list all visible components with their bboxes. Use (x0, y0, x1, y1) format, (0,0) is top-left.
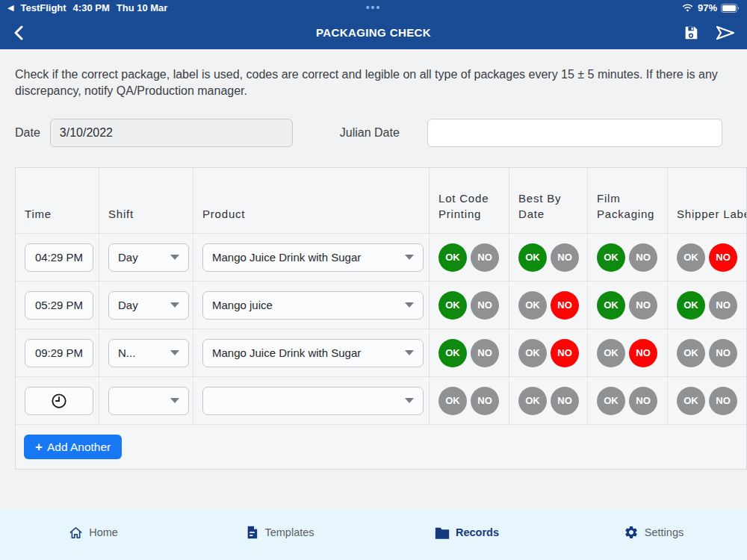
ok-button[interactable]: OK (677, 291, 705, 320)
packaging-check-table: Time Shift Product Lot Code Printing Bes… (15, 167, 747, 470)
ok-button[interactable]: OK (438, 291, 467, 320)
shift-dropdown[interactable] (108, 387, 189, 415)
no-button[interactable]: NO (551, 339, 579, 367)
date-input[interactable]: 3/10/2022 (50, 119, 293, 147)
no-button[interactable]: NO (709, 387, 737, 415)
status-date: Thu 10 Mar (117, 2, 168, 13)
no-button[interactable]: NO (709, 291, 737, 320)
julian-date-label: Julian Date (340, 126, 400, 140)
ok-button[interactable]: OK (438, 387, 467, 415)
product-dropdown[interactable]: Mango Juice Drink with Sugar (202, 243, 424, 272)
status-back-app-label[interactable]: TestFlight (20, 2, 66, 13)
ok-button[interactable]: OK (518, 339, 547, 367)
tab-home[interactable]: Home (0, 526, 187, 544)
ok-button[interactable]: OK (597, 339, 625, 367)
no-button[interactable]: NO (629, 243, 657, 272)
chevron-down-icon (405, 302, 414, 308)
lot-code-printing-toggle: OK NO (438, 243, 499, 272)
chevron-down-icon (170, 302, 179, 308)
lot-code-printing-toggle: OK NO (438, 339, 499, 367)
send-icon (716, 25, 735, 41)
chevron-left-icon (13, 25, 23, 40)
clock-icon (51, 393, 67, 409)
no-button[interactable]: NO (709, 243, 737, 272)
no-button[interactable]: NO (471, 291, 499, 320)
shift-dropdown[interactable]: N... (108, 339, 189, 367)
best-by-date-toggle: OK NO (518, 387, 579, 415)
chevron-down-icon (170, 255, 179, 260)
shipper-label-toggle: OK NO (677, 243, 737, 272)
ok-button[interactable]: OK (518, 291, 547, 320)
chevron-down-icon (405, 350, 414, 355)
no-button[interactable]: NO (629, 387, 657, 415)
save-floppy-icon (683, 25, 699, 41)
col-header-best-by-date: Best By Date (509, 168, 588, 234)
settings-gear-icon (624, 525, 639, 540)
home-icon (69, 526, 83, 540)
col-header-shipper-label: Shipper Label (668, 168, 747, 234)
film-packaging-toggle: OK NO (597, 387, 657, 415)
no-button[interactable]: NO (551, 291, 579, 320)
no-button[interactable]: NO (551, 243, 579, 272)
julian-date-input[interactable] (427, 119, 722, 147)
product-dropdown[interactable] (202, 387, 424, 415)
product-dropdown[interactable]: Mango juice (202, 291, 424, 320)
no-button[interactable]: NO (471, 387, 499, 415)
table-row (16, 377, 99, 425)
submit-button[interactable] (716, 25, 735, 41)
status-time: 4:30 PM (73, 2, 110, 13)
add-another-button[interactable]: + Add Another (24, 435, 122, 459)
no-button[interactable]: NO (471, 243, 499, 272)
ok-button[interactable]: OK (597, 387, 625, 415)
tab-settings[interactable]: Settings (560, 525, 747, 544)
film-packaging-toggle: OK NO (597, 339, 657, 367)
shipper-label-toggle: OK NO (677, 339, 737, 367)
product-dropdown[interactable]: Mango Juice Drink with Sugar (202, 339, 424, 367)
back-to-app-icon[interactable]: ◀ (7, 3, 13, 13)
col-header-film-packaging: Film Packaging (588, 168, 668, 234)
table-row: 04:29 PM (16, 234, 99, 281)
time-input[interactable]: 09:29 PM (25, 339, 93, 367)
save-button[interactable] (683, 25, 699, 41)
ok-button[interactable]: OK (677, 243, 705, 272)
time-input[interactable]: 05:29 PM (25, 291, 93, 320)
no-button[interactable]: NO (709, 339, 737, 367)
ok-button[interactable]: OK (597, 291, 625, 320)
nav-bar: PACKAGING CHECK (0, 16, 747, 49)
best-by-date-toggle: OK NO (518, 291, 579, 320)
wifi-icon (681, 3, 694, 13)
film-packaging-toggle: OK NO (597, 291, 657, 320)
templates-icon (246, 525, 258, 540)
ok-button[interactable]: OK (438, 339, 467, 367)
no-button[interactable]: NO (629, 339, 657, 367)
tab-templates[interactable]: Templates (187, 525, 374, 544)
multitasking-dots-icon: ••• (366, 1, 382, 13)
battery-icon (721, 4, 740, 13)
ok-button[interactable]: OK (677, 339, 705, 367)
date-label: Date (15, 126, 40, 140)
ok-button[interactable]: OK (597, 243, 625, 272)
ok-button[interactable]: OK (518, 243, 547, 272)
col-header-time: Time (16, 168, 99, 234)
chevron-down-icon (405, 398, 414, 403)
no-button[interactable]: NO (629, 291, 657, 320)
col-header-shift: Shift (99, 168, 193, 234)
plus-icon: + (35, 440, 43, 455)
lot-code-printing-toggle: OK NO (438, 387, 499, 415)
best-by-date-toggle: OK NO (518, 339, 579, 367)
ok-button[interactable]: OK (677, 387, 705, 415)
battery-percent: 97% (698, 2, 717, 13)
date-fields-row: Date 3/10/2022 Julian Date (15, 119, 732, 147)
tab-records[interactable]: Records (374, 526, 560, 544)
ok-button[interactable]: OK (438, 243, 467, 272)
shift-dropdown[interactable]: Day (108, 291, 189, 320)
no-button[interactable]: NO (471, 339, 499, 367)
shift-dropdown[interactable]: Day (108, 243, 189, 272)
no-button[interactable]: NO (551, 387, 579, 415)
time-input[interactable]: 04:29 PM (25, 243, 93, 272)
ok-button[interactable]: OK (518, 387, 547, 415)
back-button[interactable] (13, 25, 23, 40)
lot-code-printing-toggle: OK NO (438, 291, 499, 320)
col-header-product: Product (193, 168, 430, 234)
time-input[interactable] (25, 387, 93, 415)
